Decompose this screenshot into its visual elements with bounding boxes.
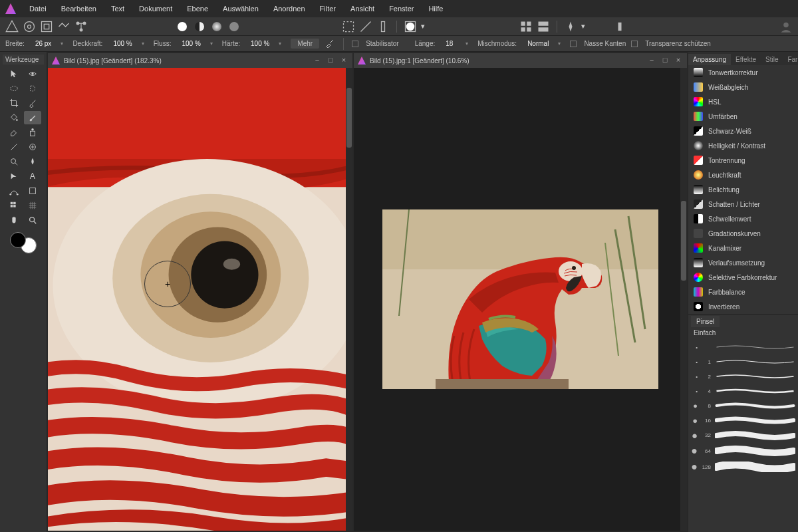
wet-edges-checkbox[interactable] [570,41,577,47]
adj-farbbalance[interactable]: Farbbalance [688,285,798,299]
eraser-tool-icon[interactable] [5,126,23,139]
info-icon[interactable] [613,20,626,33]
blur-tool-icon[interactable] [24,155,41,168]
persona-liquify-icon[interactable] [23,20,36,33]
arrange-grid-icon[interactable] [519,20,533,33]
fill-half-icon[interactable] [193,20,206,33]
clone-tool-icon[interactable] [24,126,41,139]
close-icon[interactable]: × [674,56,683,65]
brush-category[interactable]: Einfach [688,327,798,338]
inpaint-tool-icon[interactable] [5,140,23,154]
menu-anordnen[interactable]: Anordnen [267,2,312,15]
flow-value[interactable]: 100 % [178,39,204,48]
selection-column-icon[interactable] [376,20,390,33]
menu-ebene[interactable]: Ebene [180,2,215,15]
hardness-value[interactable]: 100 % [247,39,273,48]
menu-text[interactable]: Text [104,2,131,15]
crop-tool-icon[interactable] [5,96,23,110]
more-button[interactable]: Mehr [291,39,319,49]
close-icon[interactable]: × [339,56,348,65]
arrange-stack-icon[interactable] [537,20,550,33]
menu-auswaehlen[interactable]: Auswählen [216,2,265,15]
brush-preset[interactable]: ●128 [691,459,795,475]
adj-tontrennung[interactable]: Tontrennung [688,153,798,168]
tab-anpassung[interactable]: Anpassung [688,54,731,65]
menu-filter[interactable]: Filter [313,2,342,15]
dropdown-icon[interactable]: ▾ [421,22,425,31]
hand-tool-icon[interactable] [5,213,23,227]
tab-pinsel[interactable]: Pinsel [691,316,720,327]
selection-line-icon[interactable] [359,20,372,33]
account-icon[interactable] [779,20,793,33]
tab-farbfelder[interactable]: Farbfelder [783,54,798,65]
brush-preset[interactable]: • [691,340,795,354]
grid-tool-icon[interactable] [24,199,41,212]
zoom-tool-icon[interactable] [24,213,41,227]
opacity-value[interactable]: 100 % [109,39,136,48]
tab-stile[interactable]: Stile [761,54,783,65]
menu-ansicht[interactable]: Ansicht [344,2,381,15]
flood-tool-icon[interactable] [5,111,23,124]
quickmask-icon[interactable] [404,20,417,33]
adj-kanalmixer[interactable]: Kanalmixer [688,241,798,255]
brush-preset[interactable]: •4 [691,384,795,398]
persona-export-icon[interactable] [74,20,88,33]
move-tool-icon[interactable] [5,67,23,80]
heal-tool-icon[interactable] [24,140,41,154]
scrollbar-vertical[interactable] [680,68,687,531]
width-value[interactable]: 26 px [31,39,55,48]
adj-hsl[interactable]: HSL [688,94,798,109]
maximize-icon[interactable]: □ [660,56,670,65]
adj-leuchtkraft[interactable]: Leuchtkraft [688,168,798,182]
brush-preset[interactable]: ●64 [691,443,795,459]
adj-schatten-lichter[interactable]: Schatten / Lichter [688,197,798,211]
length-value[interactable]: 18 [442,39,460,48]
brush-preset[interactable]: ●32 [691,428,795,443]
document-titlebar-2[interactable]: Bild (15).jpg:1 [Geändert] (10.6%) − □ × [354,53,687,68]
persona-tone-icon[interactable] [57,20,70,33]
node-tool-icon[interactable] [5,184,23,198]
dodge-tool-icon[interactable] [5,155,23,168]
brush-preset[interactable]: ●16 [691,413,795,428]
adj-verlaufsumsetzung[interactable]: Verlaufsumsetzung [688,255,798,270]
protect-alpha-checkbox[interactable] [631,41,638,47]
menu-datei[interactable]: Datei [23,2,53,15]
adj-gradationskurven[interactable]: Gradationskurven [688,226,798,241]
foreground-color-icon[interactable] [10,232,26,248]
minimize-icon[interactable]: − [647,56,656,65]
adj-invertieren[interactable]: Invertieren [688,299,798,314]
canvas-1[interactable] [48,68,352,531]
document-titlebar-1[interactable]: Bild (15).jpg [Geändert] (182.3%) − □ × [48,53,352,68]
adj-schwarz-weiss[interactable]: Schwarz-Weiß [688,124,798,138]
view-tool-icon[interactable] [24,67,41,80]
adj-tonwertkorrektur[interactable]: Tonwertkorrektur [688,65,798,80]
pen-tool-icon[interactable] [5,170,23,183]
brush-settings-icon[interactable] [325,38,335,50]
adj-belichtung[interactable]: Belichtung [688,182,798,197]
adj-weissabgleich[interactable]: Weißabgleich [688,80,798,94]
assistant-icon[interactable] [564,20,577,33]
brush-preset[interactable]: ●8 [691,398,795,413]
selection-brush-tool-icon[interactable] [24,96,41,110]
canvas-2[interactable] [354,68,687,531]
shape-tool-icon[interactable] [24,184,41,198]
adj-umfaerben[interactable]: Umfärben [688,109,798,124]
brush-preset[interactable]: •1 [691,354,795,369]
marquee-tool-icon[interactable] [5,82,23,95]
persona-photo-icon[interactable] [5,20,19,33]
maximize-icon[interactable]: □ [326,56,335,65]
fill-solid-icon[interactable] [176,20,189,33]
adj-schwellenwert[interactable]: Schwellenwert [688,211,798,226]
text-tool-icon[interactable]: A [24,170,41,183]
dropdown-icon[interactable]: ▾ [581,22,585,31]
mesh-tool-icon[interactable] [5,199,23,212]
menu-fenster[interactable]: Fenster [382,2,420,15]
freehand-select-tool-icon[interactable] [24,82,41,95]
adj-helligkeit-kontrast[interactable]: Helligkeit / Kontrast [688,138,798,153]
menu-hilfe[interactable]: Hilfe [422,2,450,15]
adj-selektive-farbkorrektur[interactable]: Selektive Farbkorrektur [688,270,798,285]
fill-gradient-icon[interactable] [210,20,223,33]
menu-bearbeiten[interactable]: Bearbeiten [55,2,103,15]
persona-develop-icon[interactable] [40,20,53,33]
blend-value[interactable]: Normal [523,39,553,48]
